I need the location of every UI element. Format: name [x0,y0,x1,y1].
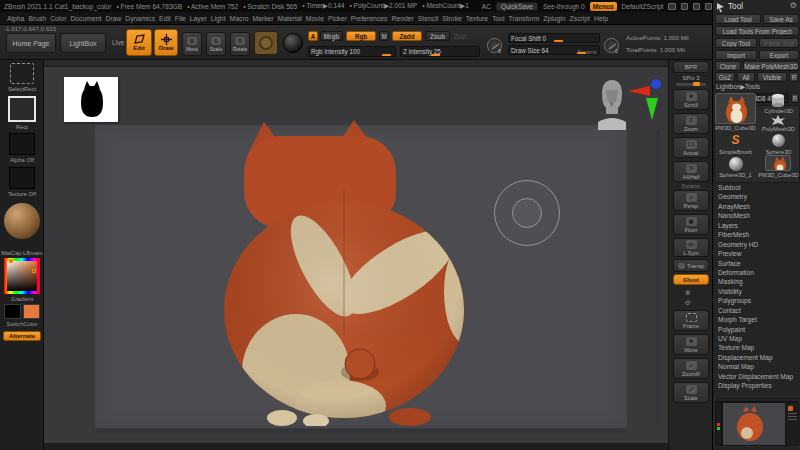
thumb-active-cat[interactable] [715,93,756,124]
section-surface[interactable]: Surface [714,259,800,268]
menu-draw[interactable]: Draw [105,15,121,22]
focal-curve-icon-left[interactable]: 8 [487,38,502,53]
move-3d-button[interactable]: ✥Move [673,334,709,355]
main-color-swatch[interactable] [4,304,21,319]
make-polymesh3d-button[interactable]: Make PolyMesh3D [743,61,799,71]
section-polypaint[interactable]: Polypaint [714,325,800,334]
move-mode-button[interactable]: M Move [182,32,202,56]
section-contact[interactable]: Contact [714,306,800,315]
color-picker-gradient[interactable] [7,261,37,291]
current-brush-button[interactable] [254,31,278,55]
import-button[interactable]: Import [715,50,757,60]
alpha-rect-icon[interactable] [8,96,36,122]
menu-tool[interactable]: Tool [492,15,504,22]
focal-shift-slider[interactable]: Focal Shift 0 [508,33,600,43]
layout-icon-2[interactable] [681,3,688,10]
floor-button[interactable]: ▦Floor [673,214,709,235]
goz-visible-button[interactable]: Visible [757,72,787,82]
alpha-off-swatch[interactable] [9,133,35,155]
draw-size-slider[interactable]: Draw Size 64 Dynamic [508,45,600,55]
camview-widget[interactable] [594,76,666,134]
focal-shift-handle[interactable] [554,40,563,43]
menu-zscript[interactable]: Zscript [570,15,590,22]
section-uv-map[interactable]: UV Map [714,334,800,343]
section-displacement-map[interactable]: Displacement Map [714,353,800,362]
scroll-button[interactable]: ✥Scroll [673,89,709,110]
solo-zoom-in-icon[interactable]: ⊕ [685,288,691,297]
menu-alpha[interactable]: Alpha [7,15,24,22]
section-vector-displacement-map[interactable]: Vector Displacement Map [714,372,800,381]
menu-texture[interactable]: Texture [466,15,488,22]
actual-button[interactable]: 1:1Actual [673,137,709,158]
z-intensity-handle[interactable] [431,54,440,57]
section-deformation[interactable]: Deformation [714,268,800,277]
thumb-simplebrush[interactable]: S [715,134,756,148]
section-normal-map[interactable]: Normal Map [714,362,800,371]
section-layers[interactable]: Layers [714,221,800,230]
thumb-sphere3d[interactable] [772,134,785,147]
section-subtool[interactable]: Subtool [714,183,800,192]
thumb-polymesh-star[interactable] [765,113,791,125]
zsub-toggle[interactable]: Zsub [425,31,450,41]
section-visibility[interactable]: Visibility [714,287,800,296]
quicksave-button[interactable]: QuickSave [496,2,538,11]
draw-mode-button[interactable]: Draw [154,29,178,56]
transp-button[interactable]: Transp [673,259,709,272]
section-geometry-hd[interactable]: Geometry HD [714,240,800,249]
z-intensity-slider[interactable]: Z Intensity 25 [400,46,480,57]
zoom-button[interactable]: ZZoom [673,113,709,134]
secondary-color-swatch[interactable] [23,304,40,319]
stroke-selectrect-icon[interactable] [10,63,34,84]
persp-button[interactable]: ◇Persp [673,190,709,211]
menu-render[interactable]: Render [391,15,413,22]
mrgb-toggle[interactable]: Mrgb [320,31,343,41]
thumb-cat-small[interactable] [765,155,791,171]
section-display-properties[interactable]: Display Properties [714,381,800,390]
menu-movie[interactable]: Movie [306,15,324,22]
focal-curve-icon-right[interactable]: 0 [604,38,619,53]
rotate-mode-button[interactable]: R Rotate [230,32,250,56]
m-toggle[interactable]: M [379,31,389,41]
layout-icon-3[interactable] [693,3,700,10]
section-fibermesh[interactable]: FiberMesh [714,230,800,239]
menu-file[interactable]: File [175,15,186,22]
rgb-intensity-slider[interactable]: Rgb Intensity 100 [308,46,396,57]
load-tool-button[interactable]: Load Tool [715,14,761,24]
goz-button[interactable]: GoZ [715,72,735,82]
save-as-button[interactable]: Save As [763,14,799,24]
menu-light[interactable]: Light [211,15,226,22]
menu-help[interactable]: Help [594,15,608,22]
menu-stroke[interactable]: Stroke [442,15,462,22]
menu-zplugin[interactable]: Zplugin [543,15,565,22]
zoomr-button[interactable]: ⌕ZoomR [673,358,709,379]
home-page-button[interactable]: Home Page [6,33,56,53]
frame-button[interactable]: Frame [673,310,709,331]
canvas-area[interactable] [44,60,668,450]
matcap-sphere[interactable] [4,203,40,239]
default-zscript-button[interactable]: DefaultZScript [622,3,664,10]
menu-edit[interactable]: Edit [159,15,171,22]
texture-off-swatch[interactable] [9,167,35,189]
section-arraymesh[interactable]: ArrayMesh [714,202,800,211]
goz-r-button[interactable]: R [789,72,799,82]
menu-marker[interactable]: Marker [252,15,273,22]
menu-macro[interactable]: Macro [230,15,249,22]
thumb-sphere3d-1[interactable] [729,157,743,171]
ghost-button[interactable]: Ghost [673,274,709,285]
menu-layer[interactable]: Layer [190,15,207,22]
alternate-button[interactable]: Alternate [3,331,41,341]
menu-preferences[interactable]: Preferences [351,15,388,22]
edit-mode-button[interactable]: Edit [126,29,152,56]
brush-cursor-ring[interactable] [494,180,560,246]
current-material-sphere[interactable] [283,33,303,53]
menus-toggle[interactable]: Menus [590,2,617,11]
menu-picker[interactable]: Picker [328,15,347,22]
rgb-toggle[interactable]: Rgb [346,31,376,41]
load-tools-from-project-button[interactable]: Load Tools From Project [715,26,799,36]
goz-all-button[interactable]: All [737,72,755,82]
section-texture-map[interactable]: Texture Map [714,343,800,352]
bpr-button[interactable]: BPR [673,61,709,73]
section-morph-target[interactable]: Morph Target [714,315,800,324]
spix-slider[interactable] [676,83,706,86]
see-through-slider[interactable]: See-through 0 [543,3,585,10]
